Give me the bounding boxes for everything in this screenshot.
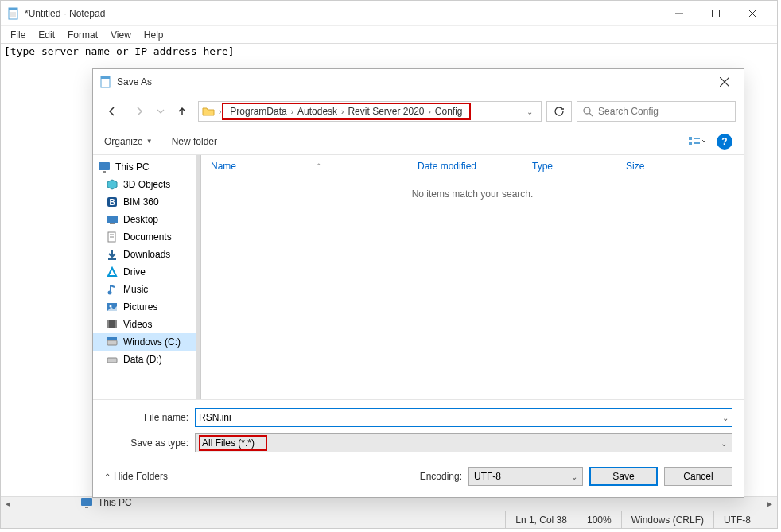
save-as-dialog: Save As › ProgramData › Autodesk › Revit… [92, 68, 744, 498]
refresh-button[interactable] [546, 101, 572, 122]
new-folder-button[interactable]: New folder [172, 136, 217, 147]
menu-file[interactable]: File [4, 28, 32, 42]
chevron-down-icon: ⌄ [721, 439, 727, 448]
monitor-icon [98, 161, 111, 173]
sidebar-videos[interactable]: Videos [93, 316, 196, 333]
sidebar-data-d[interactable]: Data (D:) [93, 351, 196, 368]
encoding-label: Encoding: [420, 471, 462, 482]
address-dropdown-icon[interactable]: ⌄ [522, 107, 538, 116]
crumb-config[interactable]: Config [432, 106, 466, 117]
dialog-body: This PC 3D Objects BBIM 360 Desktop Docu… [93, 155, 744, 400]
sidebar-label: Downloads [123, 249, 170, 260]
column-headers: Name⌃ Date modified Type Size [201, 155, 744, 177]
svg-rect-1 [9, 8, 17, 10]
sidebar-label: BIM 360 [123, 196, 159, 208]
hide-folders-button[interactable]: ⌃ Hide Folders [104, 471, 168, 482]
help-button[interactable]: ? [717, 134, 732, 150]
crumb-revit-server[interactable]: Revit Server 2020 [344, 106, 427, 117]
minimize-button[interactable] [661, 2, 697, 25]
scroll-right-icon[interactable]: ► [763, 497, 777, 511]
dialog-close-button[interactable] [712, 71, 737, 93]
hide-folders-label: Hide Folders [114, 471, 168, 482]
search-box[interactable] [577, 101, 736, 122]
svg-text:B: B [109, 198, 115, 207]
sidebar-pictures[interactable]: Pictures [93, 298, 196, 316]
sidebar-desktop[interactable]: Desktop [93, 211, 196, 228]
disk-icon [106, 336, 119, 348]
svg-rect-12 [101, 76, 110, 79]
svg-rect-10 [85, 507, 88, 508]
dialog-titlebar: Save As [93, 69, 744, 95]
sidebar-music[interactable]: Music [93, 281, 196, 298]
folder-icon [202, 105, 215, 118]
chevron-down-icon[interactable]: ⌄ [722, 414, 729, 422]
sidebar-label: This PC [115, 161, 150, 173]
type-value-highlight: All Files (*.*) [199, 435, 267, 451]
sidebar-3d-objects[interactable]: 3D Objects [93, 176, 196, 193]
notepad-titlebar: *Untitled - Notepad [1, 1, 777, 26]
notepad-text-area[interactable]: [type server name or IP address here] [1, 44, 777, 59]
svg-point-31 [108, 291, 112, 295]
type-value: All Files (*.*) [202, 437, 255, 449]
view-mode-button[interactable] [685, 132, 710, 151]
nav-forward-button[interactable] [128, 100, 150, 122]
cancel-button[interactable]: Cancel [664, 467, 732, 486]
svg-rect-22 [103, 171, 106, 173]
status-zoom: 100% [577, 511, 621, 528]
sidebar-label: Pictures [123, 301, 157, 313]
column-label: Name [211, 161, 236, 172]
column-date[interactable]: Date modified [408, 161, 523, 172]
encoding-select[interactable]: UTF-8 ⌄ [468, 467, 583, 486]
filename-input[interactable] [199, 412, 722, 423]
svg-rect-9 [81, 498, 92, 506]
sidebar-label: Drive [123, 266, 146, 278]
close-button[interactable] [734, 2, 771, 25]
notepad-title: *Untitled - Notepad [25, 8, 661, 19]
sidebar-documents[interactable]: Documents [93, 228, 196, 246]
svg-rect-18 [689, 142, 692, 145]
svg-rect-6 [713, 10, 720, 17]
crumb-autodesk[interactable]: Autodesk [294, 106, 340, 117]
menu-edit[interactable]: Edit [32, 28, 61, 42]
organize-dropdown[interactable]: Organize ▼ [104, 136, 153, 147]
address-bar[interactable]: › ProgramData › Autodesk › Revit Server … [198, 101, 542, 122]
sidebar-label: Desktop [123, 214, 158, 225]
save-type-select[interactable]: All Files (*.*) ⌄ [195, 433, 732, 452]
search-icon [582, 106, 593, 117]
nav-up-button[interactable] [171, 100, 193, 122]
scroll-left-icon[interactable]: ◄ [1, 497, 15, 511]
sidebar-this-pc[interactable]: This PC [93, 158, 196, 176]
sidebar-downloads[interactable]: Downloads [93, 246, 196, 263]
chevron-down-icon: ⌄ [571, 472, 577, 481]
save-button[interactable]: Save [589, 467, 658, 486]
crumb-programdata[interactable]: ProgramData [227, 106, 289, 117]
chevron-down-icon: ▼ [146, 138, 153, 145]
nav-back-button[interactable] [101, 100, 123, 122]
column-type[interactable]: Type [523, 161, 616, 172]
svg-rect-35 [107, 320, 109, 328]
sidebar-drive[interactable]: Drive [93, 263, 196, 281]
svg-rect-21 [99, 162, 110, 170]
file-list-body[interactable]: No items match your search. [201, 177, 744, 399]
svg-rect-37 [107, 340, 117, 345]
notepad-menubar: File Edit Format View Help [1, 26, 777, 44]
nav-recent-dropdown[interactable] [155, 100, 166, 122]
breadcrumb-highlight: ProgramData › Autodesk › Revit Server 20… [222, 103, 470, 120]
sidebar-bim360[interactable]: BBIM 360 [93, 193, 196, 211]
menu-format[interactable]: Format [61, 28, 104, 42]
pictures-icon [106, 301, 119, 313]
notepad-icon [7, 7, 20, 20]
sidebar[interactable]: This PC 3D Objects BBIM 360 Desktop Docu… [93, 155, 196, 399]
filename-input-wrap[interactable]: ⌄ [195, 408, 732, 427]
column-size[interactable]: Size [616, 161, 744, 172]
search-input[interactable] [598, 106, 730, 117]
menu-view[interactable]: View [104, 28, 138, 42]
sidebar-windows-c[interactable]: Windows (C:) [93, 333, 196, 351]
videos-icon [106, 318, 119, 331]
svg-rect-36 [115, 320, 117, 328]
empty-message: No items match your search. [412, 188, 534, 200]
column-name[interactable]: Name⌃ [201, 161, 408, 172]
menu-help[interactable]: Help [138, 28, 170, 42]
sort-indicator-icon: ⌃ [316, 162, 322, 170]
maximize-button[interactable] [697, 2, 734, 25]
